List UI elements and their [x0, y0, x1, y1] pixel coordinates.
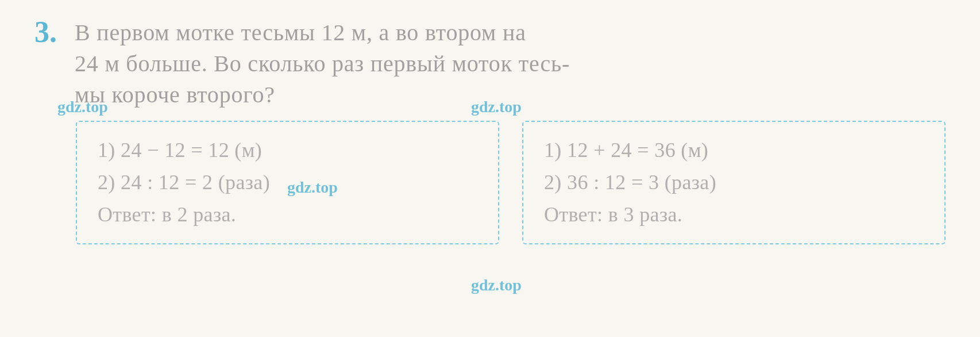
solution-left-answer: Ответ: в 2 раза. — [98, 199, 477, 231]
page-container: gdz.top gdz.top gdz.top gdz.top 3. В пер… — [0, 0, 980, 337]
watermark-4: gdz.top — [471, 276, 522, 294]
solution-right-line2: 2) 36 : 12 = 3 (раза) — [544, 167, 924, 199]
problem-text-line1: В первом мотке тесьмы 12 м, а во втором … — [75, 17, 946, 48]
solutions-row: 1) 24 − 12 = 12 (м) 2) 24 : 12 = 2 (раза… — [34, 121, 946, 244]
problem-text-line2: 24 м больше. Во сколько раз первый моток… — [75, 48, 946, 79]
problem-number: 3. — [34, 17, 59, 47]
solution-box-right: 1) 12 + 24 = 36 (м) 2) 36 : 12 = 3 (раза… — [522, 121, 946, 244]
solution-right-answer: Ответ: в 3 раза. — [544, 199, 924, 231]
problem-text: В первом мотке тесьмы 12 м, а во втором … — [75, 17, 946, 110]
solution-left-line1: 1) 24 − 12 = 12 (м) — [98, 135, 477, 167]
problem-text-line3: мы короче второго? — [75, 79, 946, 110]
solution-right-line1: 1) 12 + 24 = 36 (м) — [544, 135, 924, 167]
solution-left-line2: 2) 24 : 12 = 2 (раза) — [98, 167, 477, 199]
solution-box-left: 1) 24 − 12 = 12 (м) 2) 24 : 12 = 2 (раза… — [76, 121, 499, 244]
problem-header: 3. В первом мотке тесьмы 12 м, а во втор… — [34, 17, 946, 110]
